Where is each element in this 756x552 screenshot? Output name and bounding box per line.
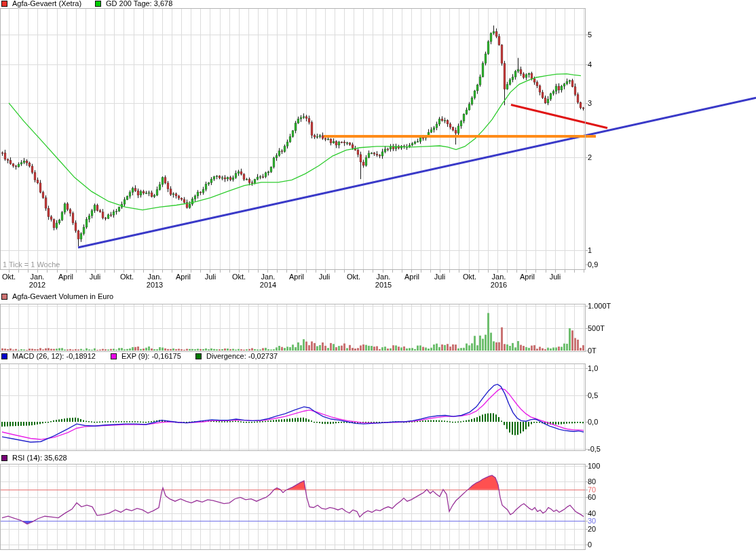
x-axis-year-label: 2013 <box>147 281 163 289</box>
x-axis-month-label: Juli <box>434 273 446 281</box>
x-axis-month-label: Juli <box>90 273 101 281</box>
x-axis-month-label: Juli <box>550 273 561 281</box>
macd-axis-tick: 0,5 <box>588 392 598 399</box>
rsi-axis-tick: 30 <box>588 517 596 525</box>
macd-axis-tick: -0,5 <box>588 446 601 453</box>
macd-legend-swatch <box>111 353 117 359</box>
rsi-axis-tick: 80 <box>588 478 596 486</box>
volume-axis-tick: 1.000T <box>588 302 611 310</box>
main-legend-label: Agfa-Gevaert (Xetra) <box>12 0 81 7</box>
price-axis-tick: 1 <box>588 247 592 254</box>
rsi-axis-tick: 60 <box>588 494 596 501</box>
price-axis-tick: 2 <box>588 154 592 161</box>
x-axis-year-label: 2012 <box>29 281 45 289</box>
rsi-legend-swatch <box>1 455 7 461</box>
x-axis-month-label: Okt. <box>463 273 476 281</box>
macd-legend-label: EXP (9): -0,16175 <box>121 353 181 360</box>
x-axis-month-label: Jan. <box>377 273 391 281</box>
x-axis-month-label: Juli <box>205 273 216 281</box>
macd-legend-swatch <box>195 353 202 359</box>
stock-chart-application: Agfa-Gevaert (Xetra)GD 200 Tage: 3,678Ag… <box>0 0 756 552</box>
macd-legend-label: MACD (26, 12): -0,18912 <box>12 353 96 360</box>
rsi-axis-tick: 0 <box>588 541 592 549</box>
x-axis-month-label: Okt. <box>2 273 16 281</box>
x-axis-month-label: April <box>176 273 191 281</box>
x-axis-month-label: Jan. <box>31 273 45 281</box>
rsi-legend-label: RSI (14): 35,628 <box>12 454 67 462</box>
x-axis-month-label: Jan. <box>148 273 162 281</box>
x-axis-month-label: Jan. <box>261 273 276 281</box>
x-axis-month-label: April <box>289 273 304 281</box>
x-axis-year-label: 2015 <box>375 281 392 289</box>
rsi-axis-tick: 40 <box>588 510 596 517</box>
main-legend-swatch <box>95 1 101 7</box>
main-legend-label: GD 200 Tage: 3,678 <box>106 0 172 7</box>
volume-legend-label: Agfa-Gevaert Volumen in Euro <box>12 293 113 300</box>
rsi-axis-tick: 70 <box>588 486 596 494</box>
x-axis-month-label: April <box>520 273 535 281</box>
x-axis-month-label: April <box>58 273 73 281</box>
tick-interval-note: 1 Tick = 1 Woche <box>3 261 60 269</box>
rsi-axis-tick: 20 <box>588 526 596 533</box>
x-axis-month-label: Juli <box>319 273 330 281</box>
x-axis-year-label: 2016 <box>491 281 507 289</box>
macd-legend-label: Divergence: -0,02737 <box>206 353 278 360</box>
x-axis-month-label: April <box>404 273 419 281</box>
price-axis-tick: 3 <box>588 100 592 107</box>
volume-axis-tick: 0T <box>588 347 597 355</box>
volume-legend-swatch <box>1 294 7 300</box>
macd-axis-tick: 0,0 <box>588 418 598 426</box>
x-axis-year-label: 2014 <box>260 281 276 289</box>
x-axis-month-label: Jan. <box>492 273 506 281</box>
volume-axis-tick: 500T <box>588 325 605 332</box>
macd-legend-swatch <box>1 353 7 359</box>
x-axis-month-label: Okt. <box>232 273 246 281</box>
price-axis-tick: 0,9 <box>588 261 598 269</box>
x-axis-month-label: Okt. <box>347 273 360 281</box>
rsi-axis-tick: 100 <box>588 462 600 470</box>
main-legend-swatch <box>1 1 7 7</box>
x-axis-month-label: Okt. <box>120 273 134 281</box>
price-axis-tick: 5 <box>588 31 592 39</box>
price-axis-tick: 4 <box>588 61 592 68</box>
macd-axis-tick: 1,0 <box>588 365 598 372</box>
